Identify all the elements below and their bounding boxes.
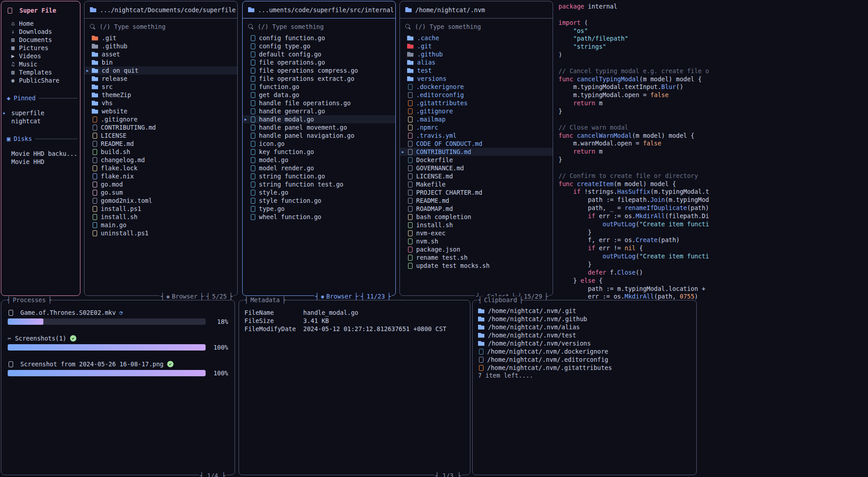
file-row[interactable]: type.go — [243, 205, 395, 213]
browser-eye-icon: ◉ — [321, 294, 324, 299]
file-row[interactable]: .gitattributes — [400, 99, 553, 107]
sidebar-item-home[interactable]: ⌂Home — [1, 19, 80, 28]
file-row[interactable]: README.md — [400, 196, 553, 205]
file-row[interactable]: .git — [400, 42, 553, 50]
file-row[interactable]: bin — [84, 58, 237, 66]
file-row[interactable]: gomod2nix.toml — [84, 196, 237, 205]
file-row[interactable]: handle_file_operations.go — [243, 99, 395, 107]
file-row[interactable]: go.mod — [84, 180, 237, 188]
file-row[interactable]: nvm.sh — [400, 237, 553, 245]
sidebar-item-pictures[interactable]: ▦Pictures — [1, 44, 80, 52]
sidebar-item-documents[interactable]: ▤Documents — [1, 36, 80, 44]
file-row[interactable]: install.sh — [84, 213, 237, 221]
file-row[interactable]: CODE_OF_CONDUCT.md — [400, 140, 553, 148]
file-row[interactable]: changelog.md — [84, 156, 237, 164]
file-row[interactable]: build.sh — [84, 148, 237, 156]
file-row[interactable]: versions — [400, 75, 553, 83]
file-row[interactable]: .github — [84, 42, 237, 50]
file-row[interactable]: install.sh — [400, 221, 553, 229]
file-row[interactable]: string_function_test.go — [243, 180, 395, 188]
file-row[interactable]: Makefile — [400, 180, 553, 188]
file-row[interactable]: config_function.go — [243, 34, 395, 42]
file-icon — [251, 125, 255, 131]
file-row[interactable]: ▸cd_on_quit — [84, 66, 237, 75]
pinned-item-superfile[interactable]: ▸superfile — [1, 109, 80, 117]
file-row[interactable]: go.sum — [84, 188, 237, 196]
file-row[interactable]: PROJECT_CHARTER.md — [400, 188, 553, 196]
file-row[interactable]: icon.go — [243, 140, 395, 148]
file-row[interactable]: uninstall.ps1 — [84, 229, 237, 237]
search-input[interactable]: (/) Type something — [84, 20, 237, 33]
file-row[interactable]: handle_panel_navigation.go — [243, 131, 395, 140]
file-row[interactable]: update_test_mocks.sh — [400, 262, 553, 270]
file-row[interactable]: default_config.go — [243, 50, 395, 58]
file-icon — [93, 222, 97, 228]
file-row[interactable]: README.md — [84, 140, 237, 148]
file-row[interactable]: vhs — [84, 99, 237, 107]
file-row[interactable]: ▸handle_modal.go — [243, 115, 395, 123]
file-row[interactable]: string_function.go — [243, 172, 395, 180]
file-row[interactable]: .cache — [400, 34, 553, 42]
file-row[interactable]: file_operations.go — [243, 58, 395, 66]
file-row[interactable]: src — [84, 83, 237, 91]
file-row[interactable]: style.go — [243, 188, 395, 196]
sidebar-item-downloads[interactable]: ⇓Downloads — [1, 28, 80, 36]
sidebar-item-music[interactable]: ♫Music — [1, 60, 80, 68]
file-list: .cache.git.githubaliastestversions.docke… — [400, 33, 553, 270]
file-row[interactable]: test — [400, 66, 553, 75]
file-row[interactable]: GOVERNANCE.md — [400, 164, 553, 172]
file-row[interactable]: nvm-exec — [400, 229, 553, 237]
file-row[interactable]: get_data.go — [243, 91, 395, 99]
file-row[interactable]: main.go — [84, 221, 237, 229]
file-row[interactable]: handle_generral.go — [243, 107, 395, 115]
file-row[interactable]: ▸CONTRIBUTING.md — [400, 148, 553, 156]
file-row[interactable]: package.json — [400, 245, 553, 253]
file-row[interactable]: wheel_function.go — [243, 213, 395, 221]
file-row[interactable]: model.go — [243, 156, 395, 164]
file-row[interactable]: CONTRIBUTING.md — [84, 123, 237, 131]
search-input[interactable]: (/) Type something — [243, 20, 395, 33]
file-row[interactable]: ROADMAP.md — [400, 205, 553, 213]
file-row[interactable]: file_operations_compress.go — [243, 66, 395, 75]
file-row[interactable]: function.go — [243, 83, 395, 91]
pinned-item-nightcat[interactable]: nightcat — [1, 117, 80, 125]
file-row[interactable]: Dockerfile — [400, 156, 553, 164]
file-row[interactable]: config_type.go — [243, 42, 395, 50]
file-row[interactable]: install.ps1 — [84, 205, 237, 213]
file-row[interactable]: asset — [84, 50, 237, 58]
code-line: return m — [558, 148, 867, 156]
file-row[interactable]: model_render.go — [243, 164, 395, 172]
file-row[interactable]: website — [84, 107, 237, 115]
file-row[interactable]: .travis.yml — [400, 131, 553, 140]
file-row[interactable]: .dockerignore — [400, 83, 553, 91]
sidebar-item-videos[interactable]: ▶Videos — [1, 52, 80, 60]
file-name: PROJECT_CHARTER.md — [416, 189, 482, 196]
file-row[interactable]: key_function.go — [243, 148, 395, 156]
file-row[interactable]: .gitignore — [84, 115, 237, 123]
file-row[interactable]: LICENSE.md — [400, 172, 553, 180]
file-row[interactable]: rename_test.sh — [400, 253, 553, 262]
file-row[interactable]: .editorconfig — [400, 91, 553, 99]
file-row[interactable]: flake.lock — [84, 164, 237, 172]
file-row[interactable]: .mailmap — [400, 115, 553, 123]
file-row[interactable]: alias — [400, 58, 553, 66]
file-row[interactable]: .npmrc — [400, 123, 553, 131]
sidebar-item-publicshare[interactable]: ◉PublicShare — [1, 76, 80, 84]
file-row[interactable]: themeZip — [84, 91, 237, 99]
file-row[interactable]: file_operations_extract.go — [243, 75, 395, 83]
file-row[interactable]: handle_panel_movement.go — [243, 123, 395, 131]
process-name: Game.of.Thrones.S02E02.mkv — [20, 309, 116, 316]
disk-item[interactable]: Movie HHD backu... — [1, 150, 80, 158]
file-row[interactable]: .gitignore — [400, 107, 553, 115]
file-name: .dockerignore — [416, 83, 464, 90]
file-row[interactable]: .git — [84, 34, 237, 42]
file-row[interactable]: .github — [400, 50, 553, 58]
sidebar-item-templates[interactable]: ▧Templates — [1, 68, 80, 76]
file-row[interactable]: LICENSE — [84, 131, 237, 140]
disk-item[interactable]: Movie HHD — [1, 158, 80, 166]
file-row[interactable]: style_function.go — [243, 196, 395, 205]
file-row[interactable]: flake.nix — [84, 172, 237, 180]
file-row[interactable]: release — [84, 75, 237, 83]
search-input[interactable]: (/) Type something — [400, 20, 553, 33]
file-row[interactable]: bash_completion — [400, 213, 553, 221]
